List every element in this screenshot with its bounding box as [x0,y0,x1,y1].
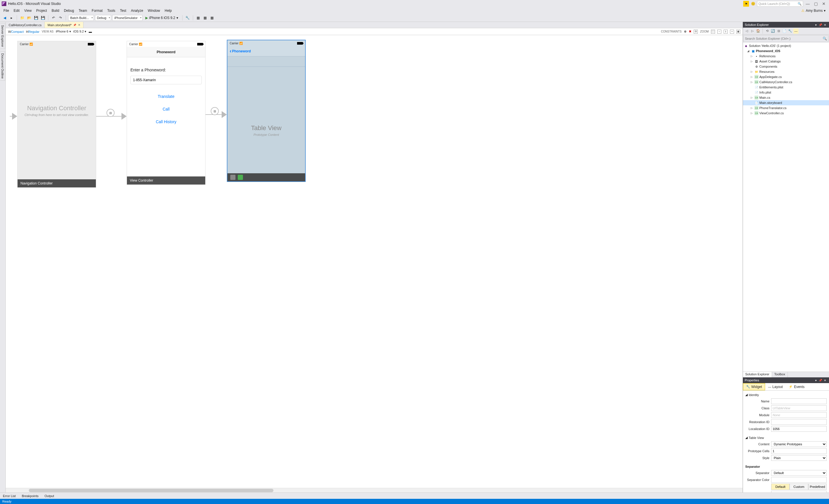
tree-item[interactable]: ▷📁Resources [743,69,829,74]
size-class-w[interactable]: Compact [11,30,24,33]
menu-debug[interactable]: Debug [62,8,76,13]
zoom-grid[interactable]: ▦ [736,30,740,34]
breakpoints-tab[interactable]: Breakpoints [19,494,42,498]
close-panel-icon[interactable]: ✕ [823,379,827,382]
module-input[interactable] [771,412,827,418]
toolbar-btn-2[interactable]: ▦ [195,15,201,21]
scene-dock-icon[interactable] [230,175,236,180]
proto-input[interactable] [771,448,827,454]
user-account[interactable]: ⚠ Amy Burns ▾ [799,9,828,13]
phoneword-input[interactable] [131,76,202,84]
call-history-button[interactable]: Call History [131,115,202,128]
expand-toggle[interactable]: ▷ [751,60,754,63]
menu-project[interactable]: Project [34,8,49,13]
tree-item[interactable]: ▷🖼Asset Catalogs [743,59,829,64]
menu-window[interactable]: Window [145,8,163,13]
refresh-icon[interactable]: 🔄 [770,29,776,34]
toolbar-btn-4[interactable]: ▦ [209,15,215,21]
sync-icon[interactable]: ⟲ [764,29,770,34]
scene-footer[interactable] [227,173,305,181]
size-class-h[interactable]: Regular [28,30,39,33]
tree-item[interactable]: ▷C#AppDelegate.cs [743,74,829,79]
zoom-out[interactable]: − [717,30,721,34]
horizontal-scrollbar[interactable] [6,488,743,493]
toolbar-btn-3[interactable]: ▦ [202,15,208,21]
home-icon[interactable]: 🏠 [756,29,761,34]
maximize-button[interactable]: ▢ [812,1,819,7]
expand-toggle[interactable]: ▷ [751,55,754,58]
pin-icon[interactable]: 📌 [73,24,76,27]
tableview-section-header[interactable]: ◢ Table View [745,435,827,441]
expand-toggle[interactable]: ◢ [747,49,750,52]
sep-color-input[interactable] [771,477,827,483]
tree-item[interactable]: 📄Main.storyboard [743,100,829,105]
collapse-icon[interactable]: ⊟ [776,29,781,34]
open-button[interactable]: 📂 [26,15,32,21]
close-tab-icon[interactable]: ✕ [78,23,80,27]
solution-explorer-tab[interactable]: Solution Explorer [743,372,772,377]
menu-analyze[interactable]: Analyze [129,8,146,13]
table-view-controller-scene[interactable]: Carrier 📶 ‹ Phoneword Table View Prototy… [227,40,306,182]
nav-fwd-button[interactable]: ▸ [9,15,14,21]
menu-format[interactable]: Format [89,8,105,13]
constraint-btn-3[interactable]: ⊡ [694,30,698,34]
scene-footer[interactable]: Navigation Controller [17,179,96,187]
preview-icon[interactable]: — [793,29,798,34]
sep-default-button[interactable]: Default [771,483,790,490]
platform-dropdown[interactable]: iPhoneSimulator [112,15,143,21]
output-tab[interactable]: Output [42,494,57,498]
redo-button[interactable]: ↷ [58,15,63,21]
class-input[interactable] [771,405,827,411]
menu-edit[interactable]: Edit [11,8,22,13]
tree-item[interactable]: ▷C#PhoneTranslator.cs [743,105,829,111]
identity-section-header[interactable]: ◢ Identity [745,392,827,398]
constraint-btn-1[interactable]: ⊕ [684,30,686,33]
menu-team[interactable]: Team [76,8,89,13]
nav-back-button[interactable]: ◀ [2,15,7,21]
error-list-tab[interactable]: Error List [0,494,19,498]
document-outline-tab[interactable]: Document Outline [0,51,5,81]
call-button[interactable]: Call [131,103,202,115]
close-panel-icon[interactable]: ✕ [823,23,827,27]
feedback-icon[interactable]: 🙂 [750,1,756,7]
name-input[interactable] [771,398,827,404]
scrollbar-thumb[interactable] [29,489,274,492]
expand-toggle[interactable]: ▷ [751,96,754,99]
zoom-actual[interactable]: 1 [724,30,728,34]
new-project-button[interactable]: 📁 [19,15,25,21]
orientation-icon[interactable]: ▬ [89,30,92,33]
expand-toggle[interactable]: ▷ [751,81,754,83]
tree-item[interactable]: 📄Info.plist [743,90,829,95]
view-as-ios[interactable]: iOS 9.2 ▾ [73,30,87,33]
expand-toggle[interactable]: ▷ [751,75,754,78]
tree-item[interactable]: ▷C#ViewController.cs [743,111,829,116]
expand-toggle[interactable]: ▷ [751,70,754,73]
view-as-device[interactable]: iPhone 6 ▾ [56,30,71,33]
translate-button[interactable]: Translate [131,90,202,103]
show-all-icon[interactable]: 📄 [782,29,787,34]
solution-search[interactable]: 🔍 [744,35,828,42]
menu-test[interactable]: Test [118,8,129,13]
notification-flag-icon[interactable]: ⚑ [743,1,749,7]
initial-arrow[interactable] [10,113,17,120]
undo-button[interactable]: ↶ [51,15,57,21]
menu-build[interactable]: Build [49,8,62,13]
tree-item[interactable]: ▷▪References [743,53,829,59]
save-button[interactable]: 💾 [33,15,39,21]
localization-input[interactable] [771,426,827,432]
doc-tab-storyboard[interactable]: Main.storyboard* 📌 ✕ [45,22,83,28]
nav-bar-title[interactable]: Phoneword [127,47,205,57]
batch-build-dropdown[interactable]: Batch Build... [68,15,94,21]
sep-predefined-button[interactable]: Predefined [808,483,827,490]
back-icon[interactable]: ◁ [744,29,749,34]
close-button[interactable]: ✕ [820,1,827,7]
tree-project-node[interactable]: ◢ ▣ Phoneword_iOS [743,48,829,53]
view-controller-scene[interactable]: Carrier 📶 Phoneword Enter a Phoneword: T… [127,41,206,185]
server-explorer-tab[interactable]: Server Explorer [0,23,5,49]
style-select[interactable]: Plain [771,455,827,461]
run-button[interactable]: ▶ iPhone 6 iOS 9.2 ▾ [144,16,180,20]
toolbar-btn-1[interactable]: 🔧 [185,15,190,21]
phoneword-label[interactable]: Enter a Phoneword: [131,68,202,72]
tree-item[interactable]: ⚙Components [743,64,829,69]
save-all-button[interactable]: 💾 [40,15,46,21]
